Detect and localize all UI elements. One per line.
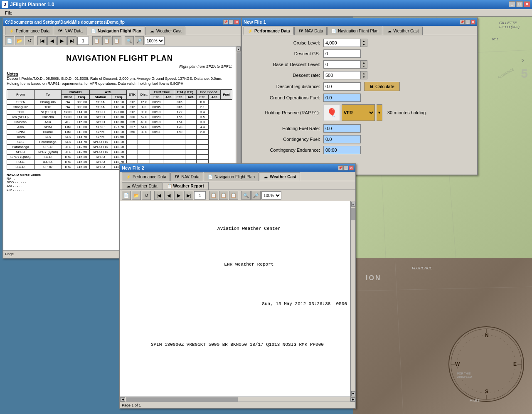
vfr-dropdown-arrow[interactable]: ▼ bbox=[377, 104, 382, 121]
scrollbar-up-btn[interactable]: ▲ bbox=[236, 47, 241, 52]
descent-gs-input[interactable] bbox=[323, 49, 361, 58]
inner-tab-weather-report-label: Weather Report bbox=[173, 184, 204, 188]
app-minimize-btn[interactable]: _ bbox=[509, 1, 515, 7]
tab3-navfp[interactable]: 📄 Navigation Flight Plan bbox=[204, 172, 259, 181]
inner-tab-weather-data-label: Weather Data bbox=[132, 184, 158, 188]
window2-close-btn[interactable]: ✕ bbox=[470, 20, 475, 25]
tab3-nav[interactable]: 🗺 NAV Data bbox=[170, 172, 203, 181]
spinner-up2[interactable]: ▲ bbox=[361, 61, 367, 64]
spinner-down2[interactable]: ▼ bbox=[361, 64, 367, 68]
tb3-next-btn[interactable]: ▶ bbox=[174, 191, 183, 200]
descent-rate-input[interactable] bbox=[323, 71, 361, 79]
base-descent-input[interactable] bbox=[323, 60, 361, 69]
tab-nav-data[interactable]: 🗺 NAV Data bbox=[54, 27, 86, 35]
window3-close-btn[interactable]: ✕ bbox=[349, 165, 354, 170]
vfr-select[interactable]: VFR IFR bbox=[342, 104, 375, 121]
page-input[interactable]: 1 bbox=[77, 37, 89, 45]
window3-minimize-btn[interactable]: _ bbox=[343, 165, 348, 170]
tb3-first-btn[interactable]: |◀ bbox=[154, 191, 163, 200]
tb-doc2-btn[interactable]: 📋 bbox=[102, 36, 111, 45]
holding-fuel-rate-row: Holding Fuel Rate: bbox=[249, 124, 470, 133]
window3-hscrollbar[interactable]: ◀ ▶ bbox=[120, 397, 355, 402]
base-descent-spinner[interactable]: ▲ ▼ bbox=[361, 60, 367, 69]
tb-new-btn[interactable]: 📄 bbox=[5, 36, 14, 45]
tb3-doc1-btn[interactable]: 📋 bbox=[209, 191, 218, 200]
tb3-new-btn[interactable]: 📄 bbox=[122, 191, 131, 200]
app-close-btn[interactable]: ✕ bbox=[524, 1, 530, 7]
window-new-file-1: New File 1 📌 _ ✕ ⚡ Performance Data 🗺 NA… bbox=[241, 17, 478, 175]
col-station: Station bbox=[90, 95, 111, 100]
page3-input[interactable] bbox=[194, 191, 206, 200]
tab2-perf[interactable]: ⚡ Performance Data bbox=[244, 27, 294, 35]
cruise-level-spinner[interactable]: ▲ ▼ bbox=[361, 39, 367, 47]
cruise-level-label: Cruise Level: bbox=[249, 40, 323, 45]
spinner-down[interactable]: ▼ bbox=[361, 43, 367, 47]
window3-title: New File 2 bbox=[122, 165, 144, 170]
hscroll-right-btn[interactable]: ▶ bbox=[350, 397, 355, 402]
scrollbar3-down-btn[interactable]: ▼ bbox=[351, 391, 355, 396]
descent-leg-input[interactable] bbox=[323, 82, 361, 91]
tb3-prev-btn[interactable]: ◀ bbox=[164, 191, 173, 200]
tb-next-btn[interactable]: ▶ bbox=[57, 36, 66, 45]
tb3-doc2-btn[interactable]: 📋 bbox=[219, 191, 228, 200]
window1-pin-btn[interactable]: 📌 bbox=[223, 20, 228, 25]
window1-close-btn[interactable]: ✕ bbox=[234, 20, 239, 25]
tb-doc1-btn[interactable]: 📋 bbox=[92, 36, 101, 45]
scrollbar3-up-btn[interactable]: ▲ bbox=[351, 202, 355, 207]
tab-nav-fp[interactable]: 📄 Navigation Flight Plan bbox=[87, 27, 145, 35]
descent-rate-spinner[interactable]: ▲ ▼ bbox=[361, 71, 367, 79]
tb-refresh-btn[interactable]: ↺ bbox=[25, 36, 34, 45]
app-maximize-btn[interactable]: □ bbox=[516, 1, 523, 7]
perf-icon: ⚡ bbox=[9, 28, 15, 34]
window2-pin-btn[interactable]: 📌 bbox=[460, 20, 465, 25]
hscroll-left-btn[interactable]: ◀ bbox=[120, 397, 125, 402]
tb3-doc3-btn[interactable]: 📋 bbox=[229, 191, 238, 200]
window3-pin-btn[interactable]: 📌 bbox=[338, 165, 343, 170]
menu-file[interactable]: File bbox=[2, 10, 16, 15]
tb3-refresh-btn[interactable]: ↺ bbox=[142, 191, 151, 200]
spinner-up3[interactable]: ▲ bbox=[361, 71, 367, 75]
tb-first-btn[interactable]: |◀ bbox=[37, 36, 47, 45]
morse-section: NAVAID Morse Codes NA - . - SCO - - . - … bbox=[7, 173, 120, 195]
tab3-weather[interactable]: ☁ Weather Cast bbox=[259, 172, 300, 181]
window2-minimize-btn[interactable]: _ bbox=[465, 20, 470, 25]
tab-perf-data[interactable]: ⚡ Performance Data bbox=[5, 27, 53, 35]
tb3-last-btn[interactable]: ▶| bbox=[184, 191, 193, 200]
contingency-endurance-input[interactable] bbox=[323, 146, 361, 154]
zoom-select[interactable]: 100% 50% 75% 125% 150% bbox=[145, 37, 165, 45]
tb-prev-btn[interactable]: ◀ bbox=[47, 36, 57, 45]
holding-fuel-rate-input[interactable] bbox=[323, 124, 361, 133]
weather-date: Sun, 13 May 2012 03:26:38 -0500 bbox=[123, 293, 347, 314]
weather-entry-1: SPIM 130000Z VRB01KT 5000 BR BKN050 18/1… bbox=[123, 335, 347, 355]
zoom3-select[interactable]: 100% 50% 75% bbox=[261, 191, 281, 200]
tab3-perf[interactable]: ⚡ Performance Data bbox=[122, 172, 170, 181]
weather-content-area[interactable]: Aviation Weather Center ENR Weather Repo… bbox=[120, 201, 350, 397]
tab2-navfp[interactable]: 📄 Navigation Flight Plan bbox=[327, 27, 382, 35]
window1-minimize-btn[interactable]: _ bbox=[229, 20, 234, 25]
ground-ops-fuel-input[interactable] bbox=[323, 94, 361, 102]
tb3-zoom-out-btn[interactable]: 🔎 bbox=[251, 191, 261, 200]
tb-zoom-in-btn[interactable]: 🔍 bbox=[125, 36, 134, 45]
tab3-navfp-label: Navigation Flight Plan bbox=[214, 175, 255, 179]
holding-fuel-rate-label: Holding Fuel Rate: bbox=[249, 126, 323, 131]
contingency-fuel-input[interactable] bbox=[323, 135, 361, 143]
inner-tab-weather-report[interactable]: 📋 Weather Report bbox=[163, 182, 209, 190]
hscroll-thumb[interactable] bbox=[126, 397, 238, 402]
tab2-weather[interactable]: ☁ Weather Cast bbox=[383, 27, 423, 35]
tb-doc3-btn[interactable]: 📋 bbox=[112, 36, 121, 45]
cruise-level-input[interactable] bbox=[323, 39, 361, 47]
spinner-up[interactable]: ▲ bbox=[361, 39, 367, 43]
spinner-down3[interactable]: ▼ bbox=[361, 75, 367, 79]
window3-scrollbar[interactable]: ▲ ▼ bbox=[350, 201, 355, 397]
tb-last-btn[interactable]: ▶| bbox=[67, 36, 76, 45]
table-row: ChanguilloTOCNA000.00SPZA118.103124.000:… bbox=[7, 105, 232, 110]
tb-open-btn[interactable]: 📂 bbox=[15, 36, 24, 45]
tb3-open-btn[interactable]: 📂 bbox=[132, 191, 141, 200]
tb3-zoom-in-btn[interactable]: 🔍 bbox=[241, 191, 251, 200]
calculate-btn[interactable]: 🖩 Calculate bbox=[364, 82, 400, 91]
scrollbar3-thumb[interactable] bbox=[351, 208, 355, 220]
tb-zoom-out-btn[interactable]: 🔎 bbox=[135, 36, 144, 45]
inner-tab-weather-data[interactable]: ☁ Weather Data bbox=[122, 182, 162, 190]
tab-weather[interactable]: ☁ Weather Cast bbox=[145, 27, 185, 35]
tab2-nav[interactable]: 🗺 NAV Data bbox=[294, 27, 327, 35]
